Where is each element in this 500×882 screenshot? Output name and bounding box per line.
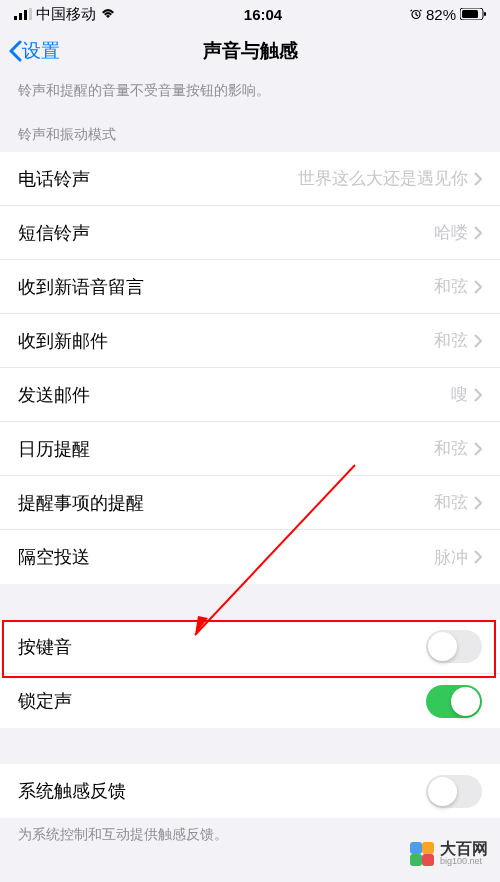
back-button[interactable]: 设置 [0,38,60,64]
watermark-name: 大百网 [440,841,488,857]
chevron-right-icon [474,496,482,510]
battery-percent: 82% [426,6,456,23]
chevron-left-icon [8,40,22,62]
section-header-sounds: 铃声和振动模式 [0,112,500,152]
reminder-row[interactable]: 提醒事项的提醒 和弦 [0,476,500,530]
sentmail-value: 嗖 [451,383,482,406]
alarm-icon [410,8,422,20]
newmail-value: 和弦 [434,329,482,352]
chevron-right-icon [474,388,482,402]
chevron-right-icon [474,226,482,240]
sounds-list: 电话铃声 世界这么大还是遇见你 短信铃声 哈喽 收到新语音留言 和弦 收到新邮件… [0,152,500,584]
chevron-right-icon [474,280,482,294]
sentmail-label: 发送邮件 [18,383,90,407]
status-right: 82% [410,6,486,23]
battery-icon [460,8,486,20]
voicemail-label: 收到新语音留言 [18,275,144,299]
voicemail-row[interactable]: 收到新语音留言 和弦 [0,260,500,314]
lock-sound-toggle[interactable] [426,685,482,718]
ringtone-value: 世界这么大还是遇见你 [298,167,482,190]
sentmail-row[interactable]: 发送邮件 嗖 [0,368,500,422]
svg-rect-0 [14,16,17,20]
newmail-row[interactable]: 收到新邮件 和弦 [0,314,500,368]
chevron-right-icon [474,442,482,456]
status-left: 中国移动 [14,5,116,24]
voicemail-value: 和弦 [434,275,482,298]
svg-rect-3 [29,8,32,20]
calendar-value: 和弦 [434,437,482,460]
ringtone-row[interactable]: 电话铃声 世界这么大还是遇见你 [0,152,500,206]
texttone-row[interactable]: 短信铃声 哈喽 [0,206,500,260]
carrier-label: 中国移动 [36,5,96,24]
keyboard-clicks-row: 按键音 [0,620,500,674]
toggles-list: 按键音 锁定声 [0,620,500,728]
newmail-label: 收到新邮件 [18,329,108,353]
keyboard-clicks-toggle[interactable] [426,630,482,663]
back-label: 设置 [22,38,60,64]
volume-description: 铃声和提醒的音量不受音量按钮的影响。 [0,74,500,112]
airdrop-value: 脉冲 [434,546,482,569]
reminder-value: 和弦 [434,491,482,514]
status-time: 16:04 [244,6,282,23]
svg-rect-1 [19,13,22,20]
ringtone-label: 电话铃声 [18,167,90,191]
watermark: 大百网 big100.net [410,841,488,866]
chevron-right-icon [474,334,482,348]
airdrop-row[interactable]: 隔空投送 脉冲 [0,530,500,584]
wifi-icon [100,8,116,20]
chevron-right-icon [474,172,482,186]
system-haptics-toggle[interactable] [426,775,482,808]
calendar-row[interactable]: 日历提醒 和弦 [0,422,500,476]
watermark-url: big100.net [440,857,488,866]
svg-rect-6 [462,10,478,18]
texttone-value: 哈喽 [434,221,482,244]
status-bar: 中国移动 16:04 82% [0,0,500,28]
keyboard-clicks-label: 按键音 [18,635,72,659]
watermark-logo-icon [410,842,434,866]
calendar-label: 日历提醒 [18,437,90,461]
texttone-label: 短信铃声 [18,221,90,245]
haptics-list: 系统触感反馈 [0,764,500,818]
reminder-label: 提醒事项的提醒 [18,491,144,515]
system-haptics-label: 系统触感反馈 [18,779,126,803]
svg-rect-7 [484,12,486,16]
signal-icon [14,8,32,20]
system-haptics-row: 系统触感反馈 [0,764,500,818]
lock-sound-row: 锁定声 [0,674,500,728]
lock-sound-label: 锁定声 [18,689,72,713]
chevron-right-icon [474,550,482,564]
airdrop-label: 隔空投送 [18,545,90,569]
svg-rect-2 [24,10,27,20]
page-title: 声音与触感 [203,38,298,64]
nav-bar: 设置 声音与触感 [0,28,500,74]
